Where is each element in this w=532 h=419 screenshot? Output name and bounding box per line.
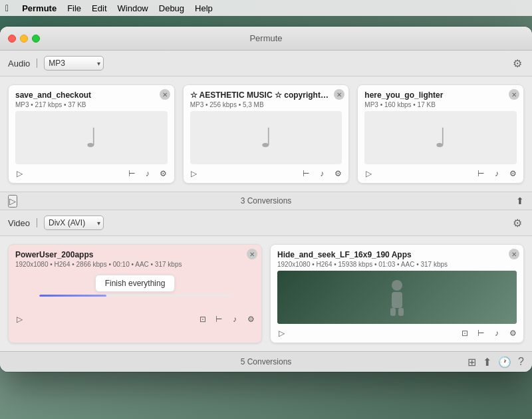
audio-item-3-meta: MP3 • 160 kbps • 17 KB [364, 101, 517, 108]
audio-item-3-volume[interactable]: ♪ [491, 168, 502, 179]
audio-divider [37, 59, 37, 68]
audio-section-header: Audio MP3 ⚙ [0, 51, 532, 76]
audio-item-2-trim[interactable]: ⊢ [301, 168, 311, 179]
video-item-2-title: Hide_and_seek_LF_16x9_190 Apps [277, 250, 517, 259]
audio-item-2-header: ☆ AESTHETIC MUSIC ☆ copyright free MP3 •… [184, 85, 349, 111]
video-item-1-progress-bar [39, 295, 231, 297]
video-item-1-volume[interactable]: ♪ [229, 314, 240, 325]
video-thumbnail-person [384, 277, 410, 317]
audio-item-2-play[interactable]: ▷ [189, 168, 200, 179]
audio-conversions-row: ▷ 3 Conversions ⬆ [0, 192, 532, 210]
video-item-1-crop[interactable]: ⊡ [198, 314, 208, 325]
audio-item-2-volume[interactable]: ♪ [317, 168, 327, 179]
audio-item-3: here_you_go_lighter MP3 • 160 kbps • 17 … [357, 84, 524, 184]
audio-label: Audio [8, 59, 30, 69]
menu-file[interactable]: File [67, 3, 81, 13]
audio-item-2: ☆ AESTHETIC MUSIC ☆ copyright free MP3 •… [183, 84, 350, 184]
audio-item-3-play[interactable]: ▷ [363, 168, 374, 179]
audio-play-all-button[interactable]: ▷ [8, 195, 17, 208]
total-conversions-count: 5 Conversions [241, 357, 292, 366]
video-item-2-trim[interactable]: ⊢ [475, 328, 486, 339]
video-item-1-close[interactable]: ✕ [247, 249, 257, 259]
finish-everything-button[interactable]: Finish everything [95, 275, 176, 292]
maximize-button[interactable] [32, 35, 40, 43]
audio-item-2-title: ☆ AESTHETIC MUSIC ☆ copyright free [190, 90, 342, 100]
svg-rect-1 [392, 292, 402, 308]
audio-item-1-controls: ▷ ⊢ ♪ ⚙ [9, 164, 174, 183]
audio-item-3-title: here_you_go_lighter [364, 90, 517, 100]
video-format-select[interactable]: DivX (AVI) [44, 215, 104, 230]
audio-item-1-meta: MP3 • 217 kbps • 37 KB [15, 101, 168, 108]
video-section-header: Video DivX (AVI) ⚙ [0, 210, 532, 236]
video-item-2-settings[interactable]: ⚙ [507, 328, 518, 339]
video-gear-icon[interactable]: ⚙ [511, 216, 524, 229]
video-item-2-volume[interactable]: ♪ [491, 328, 502, 339]
video-item-1-title: PowerUser_200apps [15, 250, 255, 259]
audio-item-1-header: save_and_checkout MP3 • 217 kbps • 37 KB… [9, 85, 174, 111]
audio-item-1-play[interactable]: ▷ [14, 168, 25, 179]
audio-export-icon[interactable]: ⬆ [516, 196, 524, 206]
video-items-grid: PowerUser_200apps 1920x1080 • H264 • 286… [0, 236, 532, 351]
menu-window[interactable]: Window [118, 3, 148, 13]
audio-conversions-count: 3 Conversions [241, 196, 292, 206]
audio-item-1-trim[interactable]: ⊢ [126, 168, 137, 179]
title-bar: Permute [0, 27, 532, 51]
music-note-icon-3: ♩ [434, 122, 447, 153]
audio-item-3-trim[interactable]: ⊢ [475, 168, 486, 179]
audio-item-3-controls: ▷ ⊢ ♪ ⚙ [358, 164, 523, 183]
video-item-1-play[interactable]: ▷ [14, 314, 25, 325]
audio-format-wrapper[interactable]: MP3 [44, 56, 104, 70]
video-item-1-controls: ▷ ⊡ ⊢ ♪ ⚙ [9, 310, 261, 329]
menu-app-name[interactable]: Permute [22, 3, 57, 13]
audio-item-1-thumbnail: ♩ [15, 111, 168, 164]
audio-item-1-settings[interactable]: ⚙ [158, 168, 169, 179]
video-item-2-thumbnail [277, 271, 517, 324]
audio-item-3-header: here_you_go_lighter MP3 • 160 kbps • 17 … [358, 85, 523, 111]
audio-item-1-close[interactable]: ✕ [160, 89, 170, 100]
bottom-grid-icon[interactable]: ⊞ [467, 356, 476, 368]
bottom-help-icon[interactable]: ? [518, 356, 524, 368]
video-item-2-close[interactable]: ✕ [509, 249, 519, 259]
audio-format-select[interactable]: MP3 [44, 56, 104, 70]
audio-item-1-title: save_and_checkout [15, 90, 168, 100]
video-item-2-controls: ▷ ⊡ ⊢ ♪ ⚙ [271, 324, 523, 343]
window-title: Permute [249, 33, 282, 43]
menu-bar:  Permute File Edit Window Debug Help [0, 0, 532, 16]
video-item-2-meta: 1920x1080 • H264 • 15938 kbps • 01:03 • … [277, 261, 517, 268]
bottom-export-icon[interactable]: ⬆ [483, 356, 491, 368]
video-item-1: PowerUser_200apps 1920x1080 • H264 • 286… [8, 244, 262, 343]
music-note-icon-2: ♩ [260, 122, 273, 153]
minimize-button[interactable] [20, 35, 28, 43]
apple-logo:  [5, 3, 9, 13]
close-button[interactable] [8, 35, 16, 43]
video-item-2-play[interactable]: ▷ [276, 328, 287, 339]
audio-item-2-meta: MP3 • 256 kbps • 5,3 MB [190, 101, 342, 108]
audio-item-2-settings[interactable]: ⚙ [332, 168, 343, 179]
svg-rect-3 [398, 308, 404, 316]
menu-edit[interactable]: Edit [92, 3, 106, 13]
video-item-1-meta: 1920x1080 • H264 • 2866 kbps • 00:10 • A… [15, 261, 255, 268]
music-note-icon-1: ♩ [85, 122, 98, 153]
video-item-2: Hide_and_seek_LF_16x9_190 Apps 1920x1080… [270, 244, 524, 343]
video-label: Video [8, 218, 30, 228]
video-item-1-settings[interactable]: ⚙ [245, 314, 256, 325]
bottom-clock-icon[interactable]: 🕐 [498, 356, 511, 368]
audio-items-grid: save_and_checkout MP3 • 217 kbps • 37 KB… [0, 76, 532, 192]
audio-gear-icon[interactable]: ⚙ [511, 57, 524, 70]
video-item-1-conversion: Finish everything [9, 271, 261, 299]
svg-point-0 [392, 280, 402, 291]
menu-debug[interactable]: Debug [159, 3, 184, 13]
video-item-1-trim[interactable]: ⊢ [213, 314, 224, 325]
video-format-wrapper[interactable]: DivX (AVI) [44, 215, 104, 230]
audio-item-3-settings[interactable]: ⚙ [507, 168, 518, 179]
video-item-1-header: PowerUser_200apps 1920x1080 • H264 • 286… [9, 245, 261, 271]
video-item-2-crop[interactable]: ⊡ [460, 328, 470, 339]
audio-item-3-thumbnail: ♩ [364, 111, 517, 164]
audio-item-2-close[interactable]: ✕ [334, 89, 344, 100]
svg-rect-2 [390, 308, 396, 316]
video-item-2-header: Hide_and_seek_LF_16x9_190 Apps 1920x1080… [271, 245, 523, 271]
menu-help[interactable]: Help [195, 3, 213, 13]
audio-item-2-thumbnail: ♩ [190, 111, 342, 164]
audio-item-1-volume[interactable]: ♪ [142, 168, 153, 179]
audio-item-3-close[interactable]: ✕ [509, 89, 519, 100]
